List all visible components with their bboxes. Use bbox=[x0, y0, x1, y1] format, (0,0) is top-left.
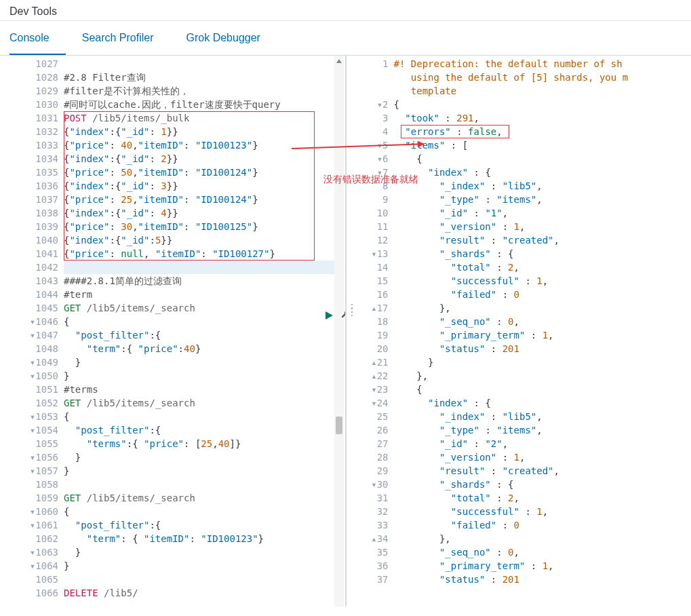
tabs-bar: Console Search Profiler Grok Debugger bbox=[0, 21, 691, 56]
request-editor[interactable]: 1027102810291030103110321033103410351036… bbox=[0, 56, 347, 607]
response-code: #! Deprecation: the default number of sh… bbox=[394, 56, 692, 607]
editor-code[interactable]: #2.8 Filter查询#filter是不计算相关性的，#同时可以cache.… bbox=[64, 56, 333, 607]
svg-marker-1 bbox=[336, 59, 342, 63]
annotation-text: 没有错误数据准备就绪 bbox=[323, 174, 418, 186]
tab-grok-debugger[interactable]: Grok Debugger bbox=[186, 21, 277, 55]
request-options-button[interactable] bbox=[340, 309, 347, 319]
editor-gutter: 1027102810291030103110321033103410351036… bbox=[0, 56, 64, 607]
tab-search-profiler[interactable]: Search Profiler bbox=[82, 21, 170, 55]
editor-scrollbar[interactable] bbox=[334, 56, 344, 607]
response-gutter: 1▾234▾5▾6▾789101112▾13141516▴17181920▴21… bbox=[347, 56, 394, 607]
svg-marker-0 bbox=[325, 311, 333, 320]
scroll-up-icon[interactable] bbox=[335, 57, 343, 65]
scrollbar-thumb[interactable] bbox=[336, 417, 342, 434]
panels: 1027102810291030103110321033103410351036… bbox=[0, 56, 691, 607]
tab-console[interactable]: Console bbox=[9, 21, 66, 55]
page-title: Dev Tools bbox=[0, 0, 691, 21]
splitter-handle-icon[interactable]: ⋮⋮ bbox=[347, 307, 353, 313]
response-viewer[interactable]: ⋮⋮ 1▾234▾5▾6▾789101112▾13141516▴17181920… bbox=[347, 56, 692, 607]
send-request-button[interactable] bbox=[324, 311, 334, 320]
